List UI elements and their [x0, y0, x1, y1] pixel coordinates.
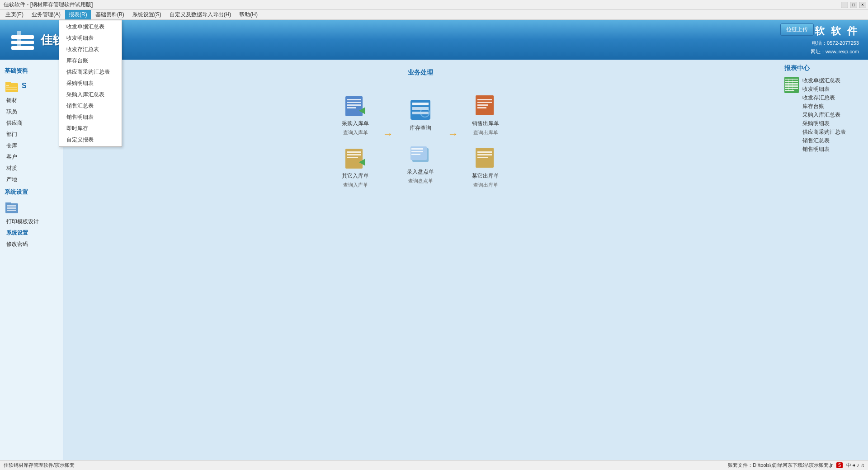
svg-rect-15: [347, 99, 361, 100]
report-link-8[interactable]: 销售明细表: [802, 146, 846, 153]
sidebar-s-badge: S: [22, 82, 27, 90]
minimize-button[interactable]: _: [841, 2, 848, 8]
arrow-left: →: [382, 127, 393, 140]
sidebar-item-staff[interactable]: 职员: [0, 106, 63, 118]
svg-rect-41: [477, 151, 492, 153]
dropdown-item-5[interactable]: 采购明细表: [59, 78, 122, 89]
menu-base[interactable]: 基础资料(B): [92, 10, 128, 19]
sidebar-item-steel[interactable]: 钢材: [0, 95, 63, 106]
close-button[interactable]: ×: [859, 2, 866, 8]
report-link-7[interactable]: 销售汇总表: [802, 137, 846, 145]
dropdown-item-3[interactable]: 库存台账: [59, 55, 122, 66]
status-left-text: 佳软钢材库存管理软件/演示账套: [4, 462, 75, 469]
purchase-inbound-item[interactable]: 采购入库单 查询入库单: [342, 93, 369, 136]
folder-icon: [5, 79, 19, 93]
other-inbound-icon: [343, 145, 368, 170]
menu-settings[interactable]: 系统设置(S): [129, 10, 165, 19]
inventory-count-label: 录入盘点单: [407, 168, 434, 176]
menu-report[interactable]: 报表(R): [65, 10, 91, 19]
report-link-4[interactable]: 采购入库汇总表: [802, 111, 846, 119]
menu-custom[interactable]: 自定义及数据导入导出(H): [166, 10, 235, 19]
other-outbound-query[interactable]: 查询出库单: [473, 182, 498, 188]
sidebar-system-title: 系统设置: [0, 185, 63, 198]
sidebar-item-print-template[interactable]: 打印模板设计: [0, 216, 63, 227]
settings-folder-icon: [5, 200, 19, 214]
svg-rect-12: [7, 207, 16, 209]
dropdown-item-6[interactable]: 采购入库汇总表: [59, 89, 122, 100]
dropdown-item-4[interactable]: 供应商采购汇总表: [59, 66, 122, 78]
other-outbound-item[interactable]: 某它出库单 查询出库单: [472, 145, 499, 188]
report-center-panel: 报表中心 收发单据汇总表 收发明细表 收发存汇总表: [778, 60, 868, 460]
purchase-inbound-query[interactable]: 查询入库单: [343, 129, 368, 136]
svg-rect-26: [412, 103, 429, 105]
svg-rect-8: [6, 89, 17, 90]
sidebar-basic-icon-row: S: [0, 77, 63, 95]
sales-outbound-item[interactable]: 销售出库单 查询出库单: [472, 93, 499, 136]
svg-rect-33: [411, 151, 423, 152]
report-link-2[interactable]: 收发存汇总表: [802, 94, 846, 102]
dropdown-item-9[interactable]: 即时库存: [59, 123, 122, 134]
status-right: 账套文件：D:\tools\桌面\河东下载站\演示账套.jr S 中·♦ ♪ ♫: [728, 462, 864, 469]
menu-bar: 主页(E) 业务管理(A) 报表(R) 基础资料(B) 系统设置(S) 自定义及…: [0, 10, 868, 20]
cloud-upload-button[interactable]: 拉链上传: [780, 24, 814, 36]
inventory-count-item[interactable]: 录入盘点单 查询盘点单: [407, 141, 434, 184]
menu-business[interactable]: 业务管理(A): [28, 10, 64, 19]
report-link-1[interactable]: 收发明细表: [802, 85, 846, 93]
svg-rect-16: [347, 102, 361, 103]
sidebar-item-warehouse[interactable]: 仓库: [0, 140, 63, 151]
dropdown-item-0[interactable]: 收发单据汇总表: [59, 21, 122, 33]
inventory-query-item[interactable]: 库存查询: [408, 97, 433, 132]
sales-group: 销售出库单 查询出库单 某它出库单 查询出库单: [472, 93, 499, 188]
menu-home[interactable]: 主页(E): [2, 10, 27, 19]
report-link-0[interactable]: 收发单据汇总表: [802, 77, 846, 85]
menu-help[interactable]: 帮助(H): [236, 10, 261, 19]
sidebar-basic-title: 基础资料: [0, 64, 63, 77]
report-section: 收发单据汇总表 收发明细表 收发存汇总表 库存台账 采购入库汇总表 采购明细表 …: [784, 77, 861, 153]
report-links: 收发单据汇总表 收发明细表 收发存汇总表 库存台账 采购入库汇总表 采购明细表 …: [802, 77, 846, 153]
sidebar-item-change-password[interactable]: 修改密码: [0, 239, 63, 250]
svg-rect-23: [347, 157, 358, 158]
other-inbound-label: 其它入库单: [342, 172, 369, 180]
purchase-inbound-label: 采购入库单: [342, 120, 369, 127]
other-inbound-query[interactable]: 查询入库单: [343, 182, 368, 188]
maximize-button[interactable]: □: [850, 2, 857, 8]
report-link-6[interactable]: 供应商采购汇总表: [802, 128, 846, 136]
header: 佳软钢材库存 拉链上传 佳 软 软 件 电话：0572-2077253 网址：w…: [0, 20, 868, 60]
report-link-5[interactable]: 采购明细表: [802, 120, 846, 127]
dropdown-item-2[interactable]: 收发存汇总表: [59, 44, 122, 55]
svg-rect-22: [347, 154, 361, 155]
svg-rect-36: [477, 99, 492, 100]
purchase-group: 采购入库单 查询入库单 其它入库单 查询入库单: [342, 93, 369, 188]
other-inbound-item[interactable]: 其它入库单 查询入库单: [342, 145, 369, 188]
main-content: 基础资料 S 钢材 职员 供应商 部门 仓库 客户 材质 产地 系统设置: [0, 60, 868, 460]
svg-rect-38: [477, 104, 488, 106]
dropdown-item-10[interactable]: 自定义报表: [59, 134, 122, 146]
svg-rect-49: [785, 88, 798, 89]
report-center-title: 报表中心: [784, 64, 861, 72]
sidebar-item-material[interactable]: 材质: [0, 163, 63, 174]
sidebar-item-system-settings[interactable]: 系统设置: [0, 227, 63, 239]
report-spreadsheet-icon: [784, 77, 799, 91]
svg-rect-51: [788, 79, 789, 91]
svg-rect-2: [11, 46, 34, 50]
report-dropdown: 收发单据汇总表 收发明细表 收发存汇总表 库存台账 供应商采购汇总表 采购明细表…: [59, 20, 122, 147]
svg-rect-21: [347, 151, 361, 153]
other-outbound-label: 某它出库单: [472, 172, 499, 180]
sidebar-item-customer[interactable]: 客户: [0, 151, 63, 163]
svg-rect-7: [6, 87, 17, 88]
dropdown-item-1[interactable]: 收发明细表: [59, 33, 122, 44]
dropdown-item-8[interactable]: 销售明细表: [59, 112, 122, 123]
sidebar-item-origin[interactable]: 产地: [0, 174, 63, 185]
dropdown-item-7[interactable]: 销售汇总表: [59, 100, 122, 112]
sales-outbound-query[interactable]: 查询出库单: [473, 129, 498, 136]
sidebar-item-dept[interactable]: 部门: [0, 129, 63, 140]
report-link-3[interactable]: 库存台账: [802, 103, 846, 110]
inventory-count-query[interactable]: 查询盘点单: [408, 178, 433, 184]
sidebar-item-supplier[interactable]: 供应商: [0, 118, 63, 129]
status-ime: 中·♦ ♪ ♫: [846, 462, 864, 469]
sales-outbound-label: 销售出库单: [472, 120, 499, 127]
inventory-query-icon: [408, 97, 433, 122]
svg-rect-47: [785, 83, 798, 85]
svg-rect-1: [11, 41, 34, 44]
window-controls[interactable]: _ □ ×: [841, 2, 866, 8]
